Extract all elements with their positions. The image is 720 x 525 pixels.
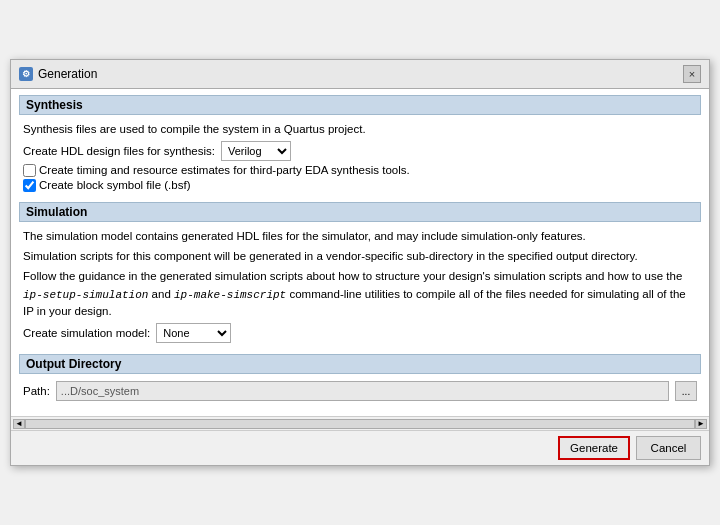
simulation-desc1: The simulation model contains generated … bbox=[23, 228, 697, 245]
hdl-label: Create HDL design files for synthesis: bbox=[23, 145, 215, 157]
desc3-code2: ip-make-simscript bbox=[174, 289, 286, 301]
simulation-header: Simulation bbox=[19, 202, 701, 222]
scroll-thumb-track[interactable] bbox=[25, 419, 695, 429]
desc3-mid: and bbox=[148, 288, 174, 300]
output-row: Path: ... bbox=[19, 378, 701, 404]
model-row: Create simulation model: None ModelSim V… bbox=[23, 323, 697, 343]
synthesis-desc: Synthesis files are used to compile the … bbox=[23, 121, 697, 138]
button-row: Generate Cancel bbox=[11, 430, 709, 465]
synthesis-section: Synthesis Synthesis files are used to co… bbox=[19, 95, 701, 196]
titlebar-left: ⚙ Generation bbox=[19, 67, 97, 81]
hdl-select[interactable]: Verilog VHDL bbox=[221, 141, 291, 161]
desc3-part1: Follow the guidance in the generated sim… bbox=[23, 270, 682, 282]
simulation-desc3: Follow the guidance in the generated sim… bbox=[23, 268, 697, 320]
path-input[interactable] bbox=[56, 381, 669, 401]
checkbox1-label: Create timing and resource estimates for… bbox=[39, 164, 410, 176]
horizontal-scrollbar: ◄ ► bbox=[11, 416, 709, 430]
scroll-right-arrow[interactable]: ► bbox=[695, 419, 707, 429]
checkbox2-label: Create block symbol file (.bsf) bbox=[39, 179, 190, 191]
checkbox2-row: Create block symbol file (.bsf) bbox=[23, 179, 697, 192]
dialog-title: Generation bbox=[38, 67, 97, 81]
bsf-checkbox[interactable] bbox=[23, 179, 36, 192]
synthesis-content: Synthesis files are used to compile the … bbox=[19, 119, 701, 196]
scroll-track: ◄ ► bbox=[13, 419, 707, 429]
generate-button[interactable]: Generate bbox=[558, 436, 630, 460]
dialog-body: Synthesis Synthesis files are used to co… bbox=[11, 89, 709, 417]
hdl-row: Create HDL design files for synthesis: V… bbox=[23, 141, 697, 161]
simulation-content: The simulation model contains generated … bbox=[19, 226, 701, 349]
simulation-desc2: Simulation scripts for this component wi… bbox=[23, 248, 697, 265]
simulation-section: Simulation The simulation model contains… bbox=[19, 202, 701, 349]
model-label: Create simulation model: bbox=[23, 327, 150, 339]
desc3-code1: ip-setup-simulation bbox=[23, 289, 148, 301]
browse-button[interactable]: ... bbox=[675, 381, 697, 401]
checkbox1-row: Create timing and resource estimates for… bbox=[23, 164, 697, 177]
path-label: Path: bbox=[23, 385, 50, 397]
synthesis-header: Synthesis bbox=[19, 95, 701, 115]
model-select[interactable]: None ModelSim VCS bbox=[156, 323, 231, 343]
timing-checkbox[interactable] bbox=[23, 164, 36, 177]
output-header: Output Directory bbox=[19, 354, 701, 374]
cancel-button[interactable]: Cancel bbox=[636, 436, 701, 460]
close-button[interactable]: × bbox=[683, 65, 701, 83]
scroll-left-arrow[interactable]: ◄ bbox=[13, 419, 25, 429]
dialog-icon: ⚙ bbox=[19, 67, 33, 81]
output-section: Output Directory Path: ... bbox=[19, 354, 701, 404]
titlebar: ⚙ Generation × bbox=[11, 60, 709, 89]
generation-dialog: ⚙ Generation × Synthesis Synthesis files… bbox=[10, 59, 710, 467]
